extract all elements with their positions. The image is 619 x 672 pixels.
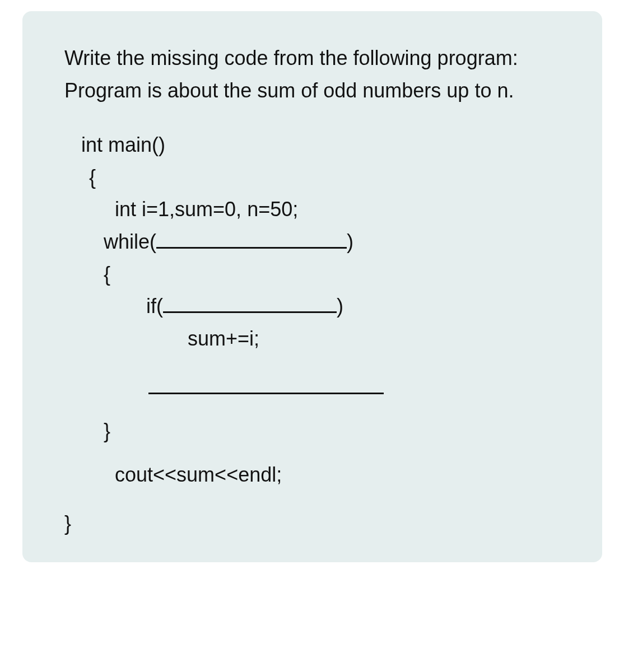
code-blank-statement-line	[81, 371, 569, 404]
blank-if-condition[interactable]	[163, 307, 337, 313]
blank-statement[interactable]	[148, 389, 384, 394]
code-if-line: if()	[81, 290, 569, 323]
while-keyword: while(	[104, 230, 156, 253]
question-card: Write the missing code from the followin…	[22, 11, 602, 562]
code-block: int main() { int i=1,sum=0, n=50; while(…	[64, 129, 569, 540]
code-while-line: while()	[81, 226, 569, 258]
code-open-brace-2: {	[81, 258, 569, 291]
code-cout-line: cout<<sum<<endl;	[81, 459, 569, 491]
code-open-brace: {	[81, 161, 569, 194]
code-sum-line: sum+=i;	[81, 323, 569, 355]
prompt-text: Write the missing code from the followin…	[64, 42, 569, 106]
prompt-line-2: Program is about the sum of odd numbers …	[64, 74, 569, 107]
code-close-brace-2: }	[81, 415, 569, 447]
code-main-decl: int main()	[81, 129, 569, 161]
if-keyword: if(	[146, 295, 163, 318]
blank-while-condition[interactable]	[156, 243, 347, 249]
code-close-brace: }	[64, 507, 569, 540]
while-close-paren: )	[347, 230, 353, 253]
prompt-line-1: Write the missing code from the followin…	[64, 42, 569, 74]
if-close-paren: )	[337, 295, 343, 318]
code-var-decl: int i=1,sum=0, n=50;	[81, 193, 569, 226]
